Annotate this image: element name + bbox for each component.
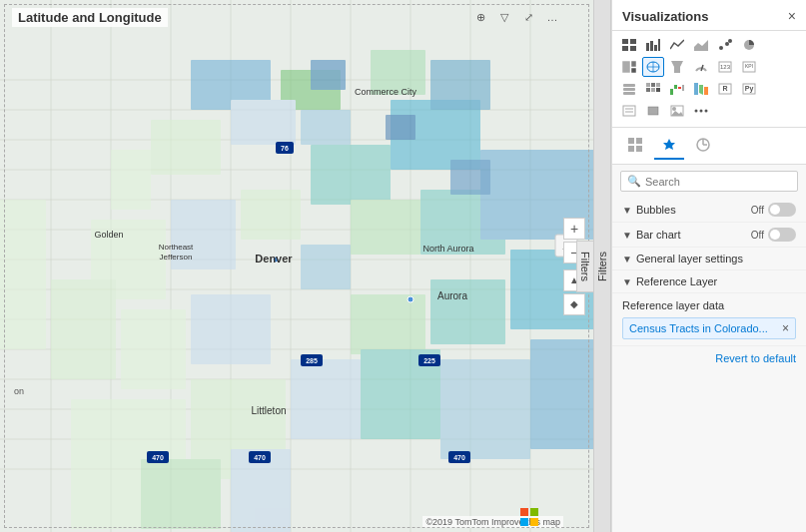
svg-rect-125: [682, 85, 684, 91]
locate-button[interactable]: ◆: [563, 293, 585, 315]
viz-icon-pie[interactable]: [738, 35, 760, 55]
viz-icon-r-visual[interactable]: R: [714, 79, 736, 99]
viz-icon-bar[interactable]: [642, 35, 664, 55]
bubbles-value: Off: [751, 205, 764, 216]
viz-icon-slicer[interactable]: [618, 79, 640, 99]
map-more-icon[interactable]: …: [543, 8, 561, 26]
svg-rect-143: [636, 146, 642, 152]
svg-rect-95: [658, 39, 660, 51]
viz-icon-scatter[interactable]: [714, 35, 736, 55]
svg-rect-29: [311, 145, 391, 205]
zoom-in-button[interactable]: +: [563, 218, 585, 240]
viz-fields-tab[interactable]: [620, 132, 650, 160]
viz-icon-line[interactable]: [666, 35, 688, 55]
census-chip-text: Census Tracts in Colorado...: [629, 322, 778, 334]
svg-text:on: on: [14, 386, 24, 396]
svg-rect-31: [430, 60, 490, 110]
svg-marker-96: [694, 40, 708, 51]
panel-scroll-content: ▼ Bubbles Off ▼ Bar chart Off ▼ Gene: [612, 198, 806, 532]
viz-icon-shape[interactable]: [642, 101, 664, 121]
svg-rect-133: [648, 107, 658, 115]
viz-icon-python[interactable]: Py: [738, 79, 760, 99]
svg-rect-27: [231, 100, 296, 145]
filters-tab[interactable]: Filters: [576, 241, 593, 292]
map-svg: 76 470 470 470 225 285 Commerce City Gol…: [0, 0, 593, 532]
viz-format-tabs: [612, 128, 806, 165]
viz-icon-text[interactable]: [618, 101, 640, 121]
reference-layer-row[interactable]: ▼ Reference Layer: [612, 270, 806, 293]
svg-rect-48: [291, 359, 361, 439]
search-box[interactable]: 🔍: [620, 171, 798, 192]
viz-icon-more[interactable]: [690, 101, 712, 121]
revert-to-default-button[interactable]: Revert to default: [715, 352, 796, 364]
viz-icon-image[interactable]: [666, 101, 688, 121]
viz-icon-map[interactable]: [642, 57, 664, 77]
svg-rect-140: [628, 138, 634, 144]
svg-rect-113: [623, 84, 635, 87]
svg-rect-123: [674, 85, 677, 89]
bubbles-toggle[interactable]: [768, 203, 796, 217]
bar-chart-toggle-thumb: [770, 230, 780, 240]
svg-rect-91: [630, 46, 636, 51]
panel-header: Visualizations ×: [612, 0, 806, 31]
svg-rect-57: [450, 160, 490, 195]
viz-icon-card[interactable]: 123: [714, 57, 736, 77]
svg-rect-50: [440, 359, 530, 459]
svg-rect-118: [656, 83, 660, 87]
svg-rect-119: [646, 88, 650, 92]
search-input[interactable]: [645, 176, 791, 188]
visualizations-panel: Visualizations ×: [611, 0, 806, 532]
viz-icon-matrix[interactable]: [642, 79, 664, 99]
svg-rect-47: [0, 200, 46, 349]
bar-chart-toggle-control: Off: [751, 228, 796, 242]
svg-rect-53: [530, 339, 593, 449]
svg-rect-101: [622, 61, 630, 73]
viz-icon-gauge[interactable]: [690, 57, 712, 77]
viz-analytics-tab[interactable]: [688, 132, 718, 160]
viz-icon-ribbon[interactable]: [690, 79, 712, 99]
map-expand-icon[interactable]: ⤢: [519, 8, 537, 26]
bar-chart-value: Off: [751, 230, 764, 241]
svg-rect-89: [630, 39, 636, 44]
svg-marker-136: [671, 111, 683, 116]
map-focus-icon[interactable]: ⊕: [471, 8, 489, 26]
viz-icon-table[interactable]: [618, 35, 640, 55]
svg-text:KPI: KPI: [745, 63, 753, 69]
svg-point-138: [700, 110, 703, 113]
map-copyright: ©2019 TomTom Improve this map: [422, 516, 563, 528]
svg-rect-114: [623, 88, 635, 91]
census-chip: Census Tracts in Colorado... ×: [622, 317, 796, 339]
bar-chart-toggle[interactable]: [768, 228, 796, 242]
general-layer-settings-row[interactable]: ▼ General layer settings: [612, 248, 806, 270]
svg-rect-54: [141, 459, 221, 529]
svg-rect-44: [191, 294, 271, 364]
bar-chart-section-row[interactable]: ▼ Bar chart Off: [612, 223, 806, 248]
viz-format-tab[interactable]: [654, 132, 684, 160]
svg-rect-46: [51, 279, 116, 379]
viz-icon-area[interactable]: [690, 35, 712, 55]
panel-close-button[interactable]: ×: [788, 8, 796, 24]
svg-rect-26: [301, 110, 351, 145]
bubbles-section-row[interactable]: ▼ Bubbles Off: [612, 198, 806, 223]
viz-icon-treemap[interactable]: [618, 57, 640, 77]
viz-icon-kpi[interactable]: KPI: [738, 57, 760, 77]
bubbles-chevron: ▼: [622, 205, 632, 216]
svg-text:470: 470: [152, 454, 164, 461]
viz-icon-funnel[interactable]: [666, 57, 688, 77]
svg-rect-84: [520, 508, 528, 516]
svg-text:Denver: Denver: [255, 253, 293, 265]
filters-sidebar-tab[interactable]: Filters: [593, 0, 611, 532]
svg-text:76: 76: [281, 145, 289, 152]
census-chip-close-button[interactable]: ×: [782, 321, 789, 335]
map-filter-icon[interactable]: ▽: [495, 8, 513, 26]
viz-icon-waterfall[interactable]: [666, 79, 688, 99]
svg-rect-85: [530, 508, 538, 516]
bar-chart-label: Bar chart: [636, 229, 751, 241]
svg-point-135: [672, 107, 676, 111]
svg-rect-33: [111, 150, 151, 210]
microsoft-logo: [520, 508, 538, 526]
svg-rect-122: [670, 89, 673, 95]
svg-rect-115: [623, 92, 635, 95]
svg-rect-90: [622, 46, 628, 51]
svg-text:Jefferson: Jefferson: [160, 253, 193, 262]
